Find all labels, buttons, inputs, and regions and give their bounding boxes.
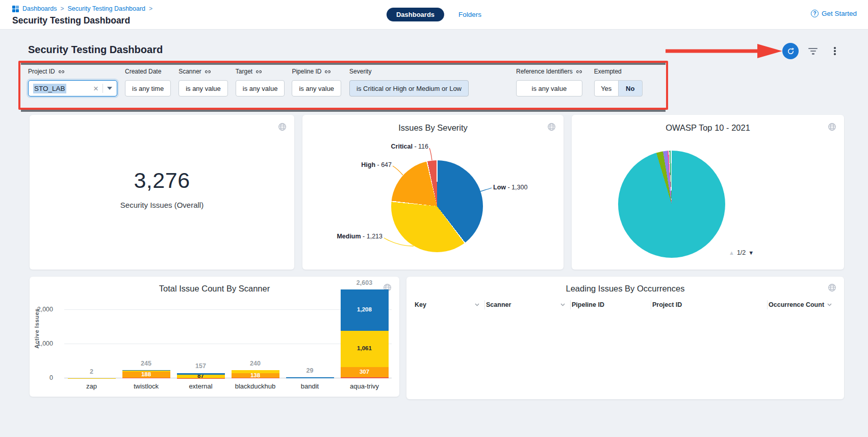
table-header-row: KeyScannerPipeline IDProject IDOccurrenc… [414, 300, 837, 309]
filter-control-pipeline-id[interactable]: is any value [292, 80, 341, 96]
triangle-down-icon[interactable]: ▼ [748, 250, 754, 256]
owasp-pie-chart[interactable] [618, 151, 725, 258]
bar-total-value: 2,603 [341, 279, 389, 286]
link-icon[interactable] [324, 68, 331, 75]
bar-segment-value: 1,208 [341, 307, 389, 313]
filter-control-severity[interactable]: is Critical or High or Medium or Low [349, 80, 469, 96]
card-total-issue-count-by-scanner: Total Issue Count By Scanner Active Issu… [30, 277, 399, 397]
x-axis-tick-external: external [173, 382, 228, 390]
bar-segment-value: 138 [232, 373, 279, 379]
stacked-bar-chart: 218824587157138240293071,0611,2082,603 [64, 289, 392, 378]
filter-label-pipeline-id: Pipeline ID [292, 68, 321, 75]
tab-folders[interactable]: Folders [458, 11, 481, 18]
filter-label-target: Target [236, 68, 252, 75]
bar-segment-medium[interactable] [232, 370, 279, 373]
column-label: Occurrence Count [769, 301, 824, 308]
pie-label-critical: Critical - 116 [351, 143, 428, 150]
bar-segment-medium[interactable] [122, 370, 170, 371]
bar-segment-medium[interactable]: 87 [177, 375, 225, 378]
filter-label-scanner: Scanner [178, 68, 201, 75]
pie-pagination: ▲ 1/2 ▼ [729, 249, 754, 256]
table-title: Leading Issues By Occurrences [406, 277, 844, 294]
bar-segment-critical[interactable] [341, 377, 389, 378]
card-leading-issues-by-occurrences: Leading Issues By Occurrences KeyScanner… [406, 277, 844, 399]
pie-label-medium: Medium - 1,213 [331, 233, 382, 240]
bar-segment-high[interactable]: 188 [122, 372, 170, 378]
more-options-button[interactable] [831, 45, 838, 57]
bar-total-value: 245 [122, 360, 170, 367]
link-icon[interactable] [58, 68, 65, 75]
breadcrumb-dashboards[interactable]: Dashboards [22, 5, 57, 12]
link-icon[interactable] [576, 68, 582, 75]
bar-segment-value: 1,061 [341, 346, 389, 352]
chevron-down-icon [560, 303, 565, 306]
filter-option-yes[interactable]: Yes [594, 80, 619, 96]
filter-label-severity: Severity [349, 68, 371, 75]
annotation-shadow [21, 63, 666, 65]
filter-label-project-id: Project ID [28, 68, 55, 75]
filter-label-exempted: Exempted [594, 68, 622, 75]
filter-option-no[interactable]: No [618, 80, 643, 96]
chart-title: OWASP Top 10 - 2021 [572, 115, 844, 133]
bar-total-value: 240 [232, 360, 279, 367]
bar-segment-low[interactable] [177, 373, 225, 375]
filter-label-reference-identifiers: Reference Identifiers [516, 68, 573, 75]
filter-control-target[interactable]: is any value [236, 80, 285, 96]
table-column-pipeline-id: Pipeline ID [571, 300, 651, 309]
bar-segment-critical[interactable] [122, 378, 170, 378]
filter-control-created-date[interactable]: is any time [125, 80, 171, 96]
filter-group-project-id: Project IDSTO_LAB× [28, 67, 117, 96]
refresh-button[interactable] [782, 43, 799, 59]
filter-group-exempted: ExemptedYesNo [594, 67, 643, 96]
table-column-key[interactable]: Key [414, 300, 485, 309]
x-axis-tick-zap: zap [64, 382, 119, 390]
table-column-project-id: Project ID [651, 300, 768, 309]
x-axis-tick-blackduckhub: blackduckhub [228, 382, 283, 390]
card-issues-by-severity: Issues By Severity Critical - 116 High -… [302, 115, 564, 270]
dashboard-filter-button[interactable] [808, 47, 818, 55]
breadcrumb-current[interactable]: Security Testing Dashboard [67, 5, 145, 12]
globe-icon [547, 123, 556, 133]
bar-segment-high[interactable]: 138 [232, 373, 279, 378]
y-axis-tick: 0 [30, 374, 53, 381]
triangle-up-icon[interactable]: ▲ [729, 250, 734, 256]
bar-segment-low[interactable]: 1,208 [341, 289, 389, 331]
bar-segment-high[interactable]: 307 [341, 367, 389, 378]
bar-segment-low[interactable] [122, 370, 170, 371]
filter-control-scanner[interactable]: is any value [178, 80, 228, 96]
tab-dashboards[interactable]: Dashboards [387, 8, 444, 21]
filter-control-project-id[interactable]: STO_LAB× [28, 80, 117, 96]
get-started-link[interactable]: ? Get Started [811, 10, 857, 17]
breadcrumb: Dashboards > Security Testing Dashboard … [12, 5, 152, 12]
link-icon[interactable] [256, 68, 262, 75]
x-axis-tick-aqua-trivy: aqua-trivy [337, 382, 392, 390]
top-navigation-bar: Dashboards > Security Testing Dashboard … [0, 0, 868, 30]
breadcrumb-separator: > [149, 5, 152, 12]
annotation-red-arrow [666, 44, 783, 58]
filter-group-created-date: Created Dateis any time [125, 67, 171, 96]
table-column-scanner[interactable]: Scanner [485, 300, 571, 309]
bar-segment-value: 307 [341, 369, 389, 375]
link-icon[interactable] [205, 68, 211, 75]
bar-segment-medium[interactable]: 1,061 [341, 331, 389, 367]
chevron-down-icon [827, 303, 832, 306]
filter-label-created-date: Created Date [125, 68, 161, 75]
globe-icon [828, 123, 836, 133]
bar-total-value: 29 [286, 367, 334, 374]
dashboards-grid-icon [12, 6, 19, 12]
chevron-down-icon[interactable] [107, 87, 112, 90]
filter-group-severity: Severityis Critical or High or Medium or… [349, 67, 469, 96]
view-tabs: Dashboards Folders [387, 8, 481, 21]
severity-pie-chart[interactable] [391, 160, 483, 252]
column-label: Scanner [486, 301, 511, 308]
clear-x-icon[interactable]: × [93, 84, 98, 93]
x-axis-tick-bandit: bandit [283, 382, 337, 390]
bar-segment-low[interactable] [286, 377, 334, 378]
get-started-label: Get Started [822, 10, 857, 17]
filter-icon [808, 48, 818, 49]
breadcrumb-separator: > [60, 5, 64, 12]
filter-bar: Project IDSTO_LAB×Created Dateis any tim… [28, 67, 643, 96]
table-column-occurrence-count[interactable]: Occurrence Count [768, 300, 837, 309]
filter-control-reference-identifiers[interactable]: is any value [516, 80, 582, 96]
globe-icon [828, 283, 836, 294]
